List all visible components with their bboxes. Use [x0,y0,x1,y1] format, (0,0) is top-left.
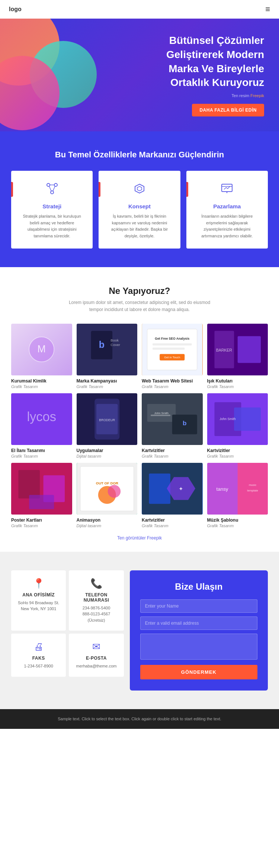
hero-section: Bütünsel ÇözümlerGeliştirerek ModernMark… [0,19,279,131]
svg-line-4 [49,186,51,191]
fax-info: 1-234-567-8900 [17,663,60,669]
features-title: Bu Temel Özelliklerle Markanızı Güçlendi… [11,150,268,160]
svg-rect-43 [234,407,261,430]
svg-text:template: template [247,489,258,492]
svg-text:M: M [38,343,46,355]
address-info: SoHo 94 Broadway St.New York, NY 1001 [17,600,60,612]
portfolio-item-3[interactable]: Get Free SEO Analysis Get in Touch Web T… [142,324,203,389]
portfolio-item-1[interactable]: M Kurumsal Kimlik Grafik Tasarım [11,324,72,389]
svg-rect-46 [18,470,40,499]
portfolio-item-12[interactable]: tansy music template Müzik Şablonu Grafi… [207,463,268,528]
svg-text:John Smith: John Smith [154,411,169,414]
svg-text:✦: ✦ [179,486,183,492]
email-icon: ✉ [75,641,118,653]
freepik-link-hero[interactable]: Freepik [250,93,264,98]
learn-more-button[interactable]: DAHA FAZLA BİLGİ EDİN [192,104,264,116]
svg-rect-22 [153,347,185,350]
portfolio-thumb-10: OUT OF DOR [77,463,138,515]
email-info: merhaba@theme.com [75,663,118,669]
email-title: E-POSTA [75,656,118,661]
concept-icon [106,181,173,199]
marketing-text: İnsanların aradıkları bilgilere erişmele… [194,213,260,239]
portfolio-grid: M Kurumsal Kimlik Grafik Tasarım b Book … [11,324,268,528]
contact-box-email: ✉ E-POSTA merhaba@theme.com [69,634,124,677]
svg-text:OUT OF DOR: OUT OF DOR [96,481,118,485]
svg-line-5 [53,186,55,191]
svg-text:tansy: tansy [216,486,228,492]
svg-text:Get Free SEO Analysis: Get Free SEO Analysis [155,337,189,340]
portfolio-thumb-8: John Smith [207,393,268,445]
concept-title: Konsept [106,203,173,209]
hero-title: Bütünsel ÇözümlerGeliştirerek ModernMark… [166,33,264,90]
portfolio-thumb-6: BRODEUR [77,393,138,445]
portfolio-item-2[interactable]: b Book Cover Marka Kampanyası Grafik Tas… [77,324,138,389]
portfolio-item-6[interactable]: BRODEUR Uygulamalar Dijital tasarım [77,393,138,458]
portfolio-item-title-9: Poster Kartları [11,518,72,523]
portfolio-thumb-7: John Smith b [142,393,203,445]
portfolio-thumb-1: M [11,324,72,375]
portfolio-item-7[interactable]: John Smith b Kartvizitler Grafik Tasarım [142,393,203,458]
portfolio-item-sub-2: Grafik Tasarım [77,384,138,389]
svg-rect-38 [151,414,170,416]
svg-text:Book: Book [110,338,119,342]
strategy-text: Stratejik planlama, bir kuruluşun belirl… [19,213,85,239]
work-section: Ne Yapıyoruz? Lorem ipsum dolor sit amet… [0,267,279,552]
marketing-icon [194,181,260,199]
portfolio-item-11[interactable]: ✦ Kartvizitler Grafik Tasarım [142,463,203,528]
svg-rect-48 [29,495,54,509]
features-section: Bu Temel Özelliklerle Markanızı Güçlendi… [0,131,279,267]
svg-rect-27 [237,336,260,363]
portfolio-item-title-3: Web Tasarım Web Sitesi [142,378,203,384]
portfolio-item-sub-8: Grafik Tasarım [207,454,268,458]
blob-2 [30,41,97,108]
svg-text:b: b [183,419,187,427]
portfolio-thumb-3: Get Free SEO Analysis Get in Touch [142,324,203,375]
svg-text:Get in Touch: Get in Touch [164,356,180,359]
portfolio-item-title-10: Animasyon [77,518,138,523]
portfolio-item-sub-3: Grafik Tasarım [142,384,203,389]
svg-text:BARKER: BARKER [216,348,232,352]
portfolio-item-sub-6: Dijital tasarım [77,454,138,458]
portfolio-item-10[interactable]: OUT OF DOR Animasyon Dijital tasarım [77,463,138,528]
contact-message-textarea[interactable] [140,634,257,660]
strategy-icon [19,181,85,199]
portfolio-item-title-11: Kartvizitler [142,518,203,523]
svg-point-2 [51,191,54,194]
contact-section: 📍 ANA OFİSİMİZ SoHo 94 Broadway St.New Y… [0,552,279,709]
portfolio-item-title-7: Kartvizitler [142,448,203,453]
portfolio-item-5[interactable]: lycos El İlanı Tasarımı Grafik Tasarım [11,393,72,458]
work-subtitle: Lorem ipsum dolor sit amet, consectetur … [65,299,214,313]
portfolio-item-sub-12: Grafik Tasarım [207,523,268,528]
portfolio-item-sub-7: Grafik Tasarım [142,454,203,458]
portfolio-item-title-12: Müzik Şablonu [207,518,268,523]
portfolio-item-9[interactable]: Poster Kartları Grafik Tasarım [11,463,72,528]
portfolio-item-title-6: Uygulamalar [77,448,138,453]
portfolio-item-sub-9: Grafik Tasarım [11,523,72,528]
phone-icon: 📞 [75,578,118,589]
freepik-link-work[interactable]: Ten görüntüler Freepik [11,535,268,541]
svg-text:John Smith: John Smith [219,417,235,421]
portfolio-item-sub-4: Grafik Tasarım [207,384,268,389]
hamburger-menu[interactable]: ≡ [265,4,270,14]
concept-text: İş kavramı, belirli bir iş fikrinin kaps… [106,213,173,239]
features-grid: Strateji Stratejik planlama, bir kuruluş… [11,171,268,248]
fax-icon: 🖨 [17,641,60,653]
hero-blobs [0,19,154,131]
portfolio-item-title-4: Işık Kutuları [207,378,268,384]
portfolio-item-8[interactable]: John Smith Kartvizitler Grafik Tasarım [207,393,268,458]
feature-card-concept: Konsept İş kavramı, belirli bir iş fikri… [99,171,180,248]
phone-info: 234-9876-5400888-0123-4567 (Ücretsiz) [75,605,118,624]
portfolio-item-sub-5: Grafik Tasarım [11,454,72,458]
hero-content: Bütünsel ÇözümlerGeliştirerek ModernMark… [166,33,264,116]
contact-email-input[interactable] [140,616,257,630]
logo: logo [9,6,22,13]
contact-boxes: 📍 ANA OFİSİMİZ SoHo 94 Broadway St.New Y… [11,570,124,677]
submit-button[interactable]: GÖNDERMEK [140,665,257,679]
portfolio-item-4[interactable]: BARKER Işık Kutuları Grafik Tasarım [207,324,268,389]
portfolio-item-sub-1: Grafik Tasarım [11,384,72,389]
portfolio-thumb-2: b Book Cover [77,324,138,375]
contact-box-address: 📍 ANA OFİSİMİZ SoHo 94 Broadway St.New Y… [11,570,66,631]
contact-name-input[interactable] [140,599,257,613]
contact-box-fax: 🖨 FAKS 1-234-567-8900 [11,634,66,677]
portfolio-item-title-8: Kartvizitler [207,448,268,453]
